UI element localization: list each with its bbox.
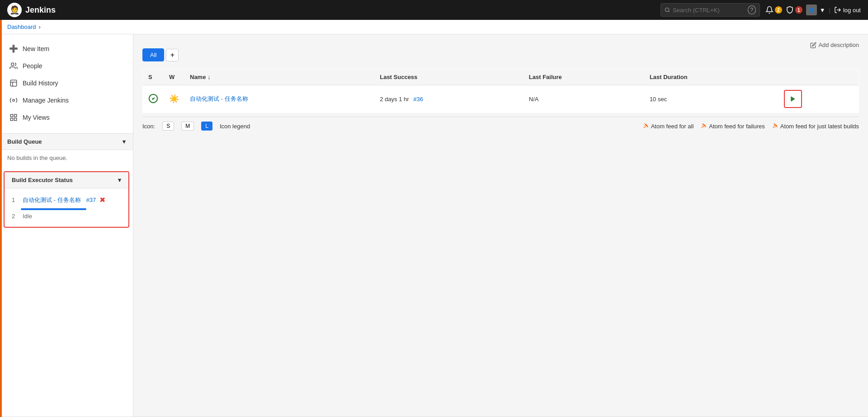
topnav-icons: 2 1 👤 ▼ | log out (765, 5, 861, 15)
build-executor-chevron-icon: ▾ (118, 177, 121, 183)
tabs-row: All + (142, 48, 859, 61)
pencil-icon (810, 42, 816, 48)
executor-idle-label: Idle (23, 213, 32, 220)
search-box: ? (660, 3, 760, 17)
user-menu-button[interactable]: 👤 ▼ (806, 5, 826, 15)
sidebar-label-my-views: My Views (23, 114, 50, 121)
jenkins-logo[interactable]: 🤵 Jenkins (7, 3, 56, 17)
notifications-button[interactable]: 2 (765, 6, 782, 14)
atom-feed-all-link[interactable]: Atom feed for all (643, 122, 694, 130)
main-content: Add description All + S W Name ↓ Last Su… (133, 34, 868, 417)
jenkins-logo-icon: 🤵 (7, 3, 22, 17)
sidebar-label-people: People (23, 62, 42, 70)
last-failure-text: N/A (529, 96, 539, 103)
breadcrumb: Dashboard › (0, 20, 868, 34)
add-description-button[interactable]: Add description (810, 42, 859, 48)
icon-size-s-button[interactable]: S (162, 122, 174, 131)
table-row: ☀️ 自动化测试 - 任务名称 2 days 1 hr #36 N/A 10 s… (143, 85, 859, 113)
sidebar: ➕ New Item People Build History (0, 34, 133, 417)
build-queue-content: No builds in the queue. (0, 150, 133, 166)
svg-point-15 (773, 127, 774, 127)
svg-point-2 (11, 63, 14, 66)
people-icon (9, 62, 18, 70)
svg-rect-10 (10, 118, 13, 121)
icon-size-m-button[interactable]: M (181, 122, 194, 131)
rss-icon-failures (701, 122, 707, 130)
svg-rect-8 (14, 114, 17, 117)
bell-icon (765, 6, 774, 14)
notification-badge: 2 (775, 6, 782, 14)
search-input[interactable] (673, 7, 745, 14)
col-header-last-success[interactable]: Last Success (374, 69, 524, 85)
executor-num-2: 2 (12, 213, 19, 220)
build-executor-title: Build Executor Status (12, 177, 73, 183)
last-success-text: 2 days 1 hr (380, 96, 409, 103)
gear-icon (9, 96, 18, 104)
svg-rect-9 (14, 118, 17, 121)
col-header-name[interactable]: Name ↓ (184, 69, 374, 85)
shield-icon (786, 6, 794, 14)
atom-feed-latest-link[interactable]: Atom feed for just latest builds (772, 122, 859, 130)
executor-build-link-1[interactable]: #37 (86, 197, 96, 203)
play-icon (789, 95, 797, 103)
weather-cell: ☀️ (164, 85, 184, 113)
last-failure-cell: N/A (524, 85, 644, 113)
sidebar-label-build-history: Build History (23, 80, 58, 87)
search-help-button[interactable]: ? (748, 5, 756, 14)
logout-label: log out (843, 7, 861, 14)
last-success-cell: 2 days 1 hr #36 (374, 85, 524, 113)
search-icon (665, 7, 670, 13)
sidebar-item-people[interactable]: People (0, 57, 133, 75)
build-executor-section: Build Executor Status ▾ 1 自动化测试 - 任务名称 #… (4, 171, 129, 228)
sidebar-item-build-history[interactable]: Build History (0, 75, 133, 92)
breadcrumb-dashboard[interactable]: Dashboard (7, 23, 36, 30)
run-button[interactable] (784, 90, 802, 108)
sidebar-label-manage-jenkins: Manage Jenkins (23, 97, 69, 104)
build-executor-header[interactable]: Build Executor Status ▾ (5, 172, 128, 188)
sidebar-item-new-item[interactable]: ➕ New Item (0, 40, 133, 57)
logout-button[interactable]: log out (834, 6, 861, 14)
sidebar-label-new-item: New Item (23, 45, 49, 52)
top-navigation: 🤵 Jenkins ? 2 1 👤 ▼ | (0, 0, 868, 20)
last-success-build-link[interactable]: #36 (413, 96, 423, 103)
svg-rect-3 (10, 80, 17, 86)
atom-feed-latest-label: Atom feed for just latest builds (780, 123, 859, 130)
jobs-table: S W Name ↓ Last Success Last Failure Las… (142, 69, 859, 113)
col-header-last-failure[interactable]: Last Failure (524, 69, 644, 85)
icon-size-l-button[interactable]: L (201, 122, 212, 131)
tab-all[interactable]: All (142, 48, 164, 61)
build-executor-content: 1 自动化测试 - 任务名称 #37 ✖ 2 Idle (5, 188, 128, 227)
tab-add-button[interactable]: + (166, 49, 179, 61)
shield-badge: 1 (795, 6, 802, 14)
sidebar-item-manage-jenkins[interactable]: Manage Jenkins (0, 92, 133, 109)
build-queue-empty: No builds in the queue. (7, 155, 67, 161)
topnav-divider: | (829, 7, 830, 14)
atom-feed-all-label: Atom feed for all (651, 123, 694, 130)
svg-marker-12 (791, 96, 795, 102)
executor-row-2: 2 Idle (12, 210, 121, 222)
history-icon (9, 79, 18, 87)
icon-label: Icon: (142, 123, 155, 130)
atom-feed-failures-label: Atom feed for failures (709, 123, 765, 130)
col-header-w: W (164, 69, 184, 85)
atom-feed-failures-link[interactable]: Atom feed for failures (701, 122, 765, 130)
build-queue-title: Build Queue (7, 138, 42, 145)
executor-job-link-1[interactable]: 自动化测试 - 任务名称 (23, 196, 81, 204)
build-queue-header[interactable]: Build Queue ▾ (0, 134, 133, 150)
table-footer: Icon: S M L Icon legend Atom feed for al… (142, 117, 859, 135)
executor-stop-icon[interactable]: ✖ (99, 196, 105, 204)
col-header-actions (778, 69, 859, 85)
svg-point-14 (702, 127, 703, 127)
shield-button[interactable]: 1 (786, 6, 802, 14)
sidebar-item-my-views[interactable]: My Views (0, 109, 133, 126)
plus-icon: ➕ (9, 44, 18, 53)
status-ok-icon (148, 94, 158, 103)
icon-legend-link[interactable]: Icon legend (220, 123, 250, 130)
col-header-last-duration[interactable]: Last Duration (644, 69, 778, 85)
user-avatar: 👤 (806, 5, 817, 15)
table-body: ☀️ 自动化测试 - 任务名称 2 days 1 hr #36 N/A 10 s… (143, 85, 859, 113)
build-queue-section: Build Queue ▾ No builds in the queue. (0, 133, 133, 166)
executor-row-1: 1 自动化测试 - 任务名称 #37 ✖ (12, 193, 121, 207)
build-queue-chevron-icon: ▾ (123, 138, 126, 145)
job-link[interactable]: 自动化测试 - 任务名称 (190, 95, 248, 102)
